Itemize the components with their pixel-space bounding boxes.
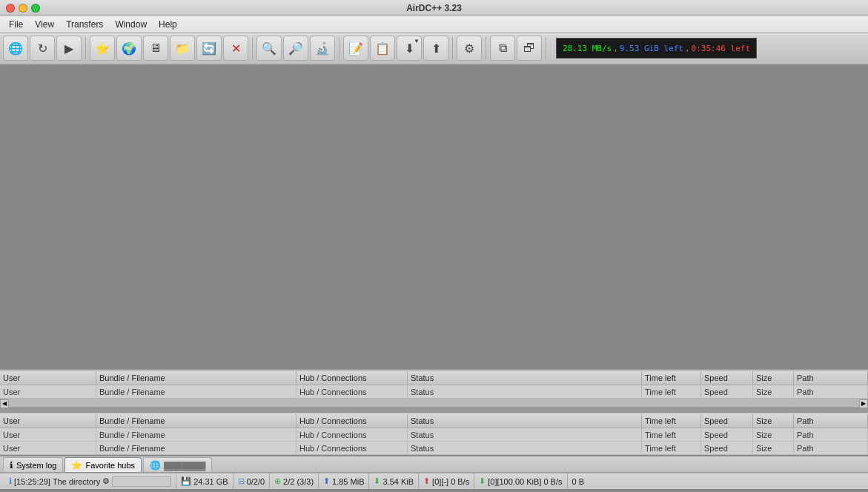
window-split-button[interactable]: ⧉ — [490, 36, 515, 61]
search-spy-button[interactable]: 🔬 — [310, 36, 335, 61]
col-header-bundle-dl: Bundle / Filename — [96, 371, 296, 385]
forward-button[interactable]: ▶ — [56, 36, 82, 61]
reconnect-button[interactable]: ↻ — [30, 36, 55, 61]
scroll-right-arrow[interactable]: ▶ — [859, 399, 868, 408]
scroll-track[interactable] — [9, 400, 859, 408]
menu-help[interactable]: Help — [153, 18, 183, 31]
public-hubs-button[interactable]: 🌍 — [116, 36, 142, 61]
toolbar: 🌐 ↻ ▶ ⭐ 🌍 🖥 📁 🔄 ✕ 🔍 🔎 🔬 📝 📋 ⬇ ▼ ⬆ ⚙ ⧉ 🗗 … — [0, 33, 868, 65]
col-header-speed-dl: Speed — [701, 371, 753, 385]
ul-row0-timeleft: Time left — [642, 428, 701, 441]
upload-queue-button[interactable]: ⬆ — [423, 36, 448, 61]
upload-icon: ⬆ — [323, 476, 330, 486]
dl-row0-timeleft: Time left — [642, 385, 701, 398]
col-header-size-ul: Size — [753, 414, 794, 428]
ul-row1-user: User — [0, 442, 96, 454]
separator-2 — [252, 37, 253, 59]
status-bar: ℹ [15:25:29] The directory ⚙ 💾 24.31 GB … — [0, 473, 868, 489]
system-log-tab-icon: ℹ — [10, 460, 13, 471]
ul-row0-size: Size — [753, 428, 794, 441]
separator-1 — [85, 37, 86, 59]
upload-rate-icon: ⬆ — [423, 476, 430, 486]
titlebar: AirDC++ 3.23 — [0, 0, 868, 16]
download-row-0[interactable]: User Bundle / Filename Hub / Connections… — [0, 385, 868, 399]
upload-row-1[interactable]: User Bundle / Filename Hub / Connections… — [0, 442, 868, 455]
favorites-button[interactable]: ⭐ — [90, 36, 115, 61]
tab-system-log[interactable]: ℹ System log — [3, 457, 63, 472]
col-header-timeleft-ul: Time left — [642, 414, 701, 428]
maximize-button[interactable] — [31, 4, 40, 13]
download-speed-label: 28.13 MB/s — [563, 44, 612, 53]
status-message: ℹ [15:25:29] The directory ⚙ — [4, 473, 176, 489]
col-header-status-dl: Status — [408, 371, 642, 385]
notes-button[interactable]: 📝 — [343, 36, 368, 61]
upload-speed: 1.85 MiB — [332, 477, 364, 486]
menu-window[interactable]: Window — [109, 18, 153, 31]
connect-button[interactable]: 🌐 — [3, 36, 28, 61]
minimize-button[interactable] — [19, 4, 27, 13]
col-header-user-ul: User — [0, 414, 96, 428]
menu-transfers[interactable]: Transfers — [60, 18, 109, 31]
own-filelist-button[interactable]: 🖥 — [143, 36, 168, 61]
col-header-path-dl: Path — [794, 371, 868, 385]
col-header-hub-ul: Hub / Connections — [296, 414, 408, 428]
download-scrollbar[interactable]: ◀ ▶ — [0, 399, 868, 408]
col-header-user-dl: User — [0, 371, 96, 385]
separator-5 — [486, 37, 486, 59]
ul-row1-size: Size — [753, 442, 794, 454]
col-header-bundle-ul: Bundle / Filename — [96, 414, 296, 428]
adl-search-button[interactable]: 🔎 — [283, 36, 308, 61]
add-download-button[interactable]: 📁 — [170, 36, 195, 61]
ul-row1-timeleft: Time left — [642, 442, 701, 454]
separator-4 — [452, 37, 453, 59]
col-header-timeleft-dl: Time left — [642, 371, 701, 385]
upload-rate: [0][-] 0 B/s — [432, 477, 469, 486]
col-header-speed-ul: Speed — [701, 414, 753, 428]
transfer-status-bar: 28.13 MB/s , 9.53 GiB left , 0:35:46 lef… — [556, 38, 757, 59]
search-button[interactable]: 🔍 — [256, 36, 282, 61]
dl-row0-status: Status — [408, 385, 642, 398]
dl-row0-speed: Speed — [701, 385, 753, 398]
connections-count: 2/2 (3/3) — [283, 477, 314, 486]
scroll-left-arrow[interactable]: ◀ — [0, 399, 9, 408]
status-download: ⬇ 3.54 KiB — [369, 473, 419, 489]
tab-favorite-hubs[interactable]: ⭐ Favorite hubs — [64, 457, 142, 472]
status-upload-rate: ⬆ [0][-] 0 B/s — [419, 473, 474, 489]
dl-row0-user: User — [0, 385, 96, 398]
download-icon: ⬇ — [374, 476, 380, 486]
system-log-tab-label: System log — [16, 461, 56, 470]
window-title: AirDC++ 3.23 — [406, 3, 462, 13]
connections-icon: ⊕ — [274, 476, 281, 486]
dl-row0-path: Path — [794, 385, 868, 398]
time-left-label: 0:35:46 left — [692, 44, 750, 53]
settings-button[interactable]: ⚙ — [457, 36, 482, 61]
download-queue-button[interactable]: ⬇ ▼ — [397, 36, 422, 61]
status-extra — [112, 476, 171, 487]
hub-tab-label: ▓▓▓▓▓▓▓ — [164, 461, 205, 470]
dl-row0-size: Size — [753, 385, 794, 398]
window-close-button[interactable]: 🗗 — [517, 36, 542, 61]
status-download-rate: ⬇ [0][100.00 KiB] 0 B/s — [474, 473, 567, 489]
status-icon: ℹ — [9, 476, 12, 486]
ul-row1-status: Status — [408, 442, 642, 454]
download-table-header: User Bundle / Filename Hub / Connections… — [0, 370, 868, 385]
hub-tab-icon: 🌐 — [150, 460, 161, 471]
ul-row0-status: Status — [408, 428, 642, 441]
dl-row0-bundle: Bundle / Filename — [96, 385, 296, 398]
menu-view[interactable]: View — [29, 18, 60, 31]
ul-row1-bundle: Bundle / Filename — [96, 442, 296, 454]
slots-icon: ⊟ — [238, 476, 245, 486]
bottom-panel: User Bundle / Filename Hub / Connections… — [0, 369, 868, 455]
refresh-filelist-button[interactable]: 🔄 — [196, 36, 222, 61]
remove-button[interactable]: ✕ — [223, 36, 248, 61]
menu-file[interactable]: File — [3, 18, 29, 31]
tab-hub[interactable]: 🌐 ▓▓▓▓▓▓▓ — [143, 457, 212, 472]
system-log-button[interactable]: 📋 — [370, 36, 395, 61]
status-connections: ⊕ 2/2 (3/3) — [270, 473, 319, 489]
ul-row0-user: User — [0, 428, 96, 441]
close-button[interactable] — [6, 4, 15, 13]
ul-row0-hub: Hub / Connections — [296, 428, 408, 441]
upload-row-0[interactable]: User Bundle / Filename Hub / Connections… — [0, 428, 868, 442]
status-hash-icon: ⚙ — [102, 476, 110, 486]
status-disk: 💾 24.31 GB — [176, 473, 233, 489]
